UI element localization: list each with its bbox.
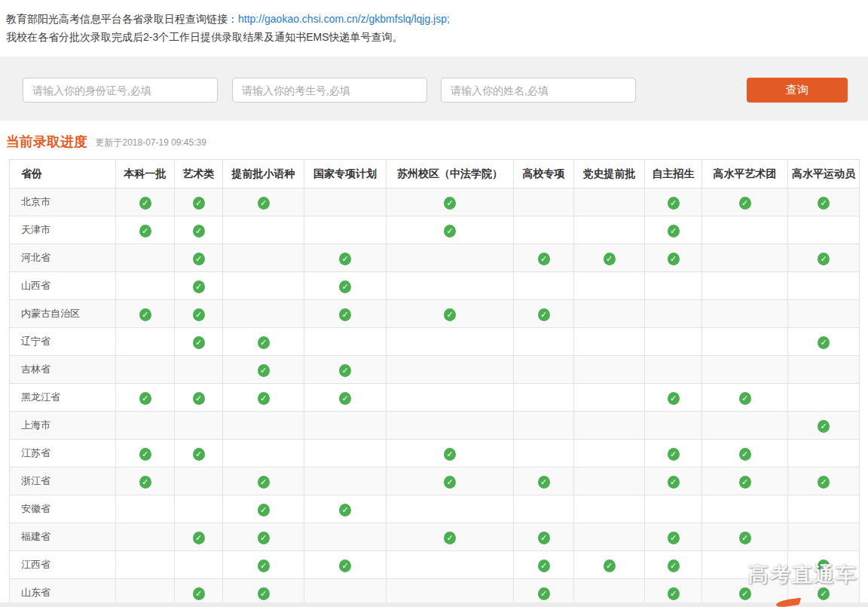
check-icon: ✓ (668, 559, 680, 572)
province-cell: 河北省 (10, 244, 116, 272)
gaokao-schedule-link[interactable]: http://gaokao.chsi.com.cn/z/gkbmfslq/lqj… (238, 13, 450, 25)
check-icon: ✓ (339, 504, 351, 517)
status-cell: ✓ (702, 189, 788, 216)
status-cell: ✓ (304, 551, 387, 579)
status-cell (514, 189, 574, 216)
table-row: 山西省✓✓ (10, 272, 860, 300)
column-header: 高水平运动员 (788, 160, 860, 189)
province-cell: 安徽省 (10, 495, 116, 523)
table-row: 天津市✓✓✓✓ (10, 216, 860, 244)
check-icon: ✓ (668, 476, 680, 489)
status-cell: ✓ (223, 523, 304, 551)
province-cell: 江苏省 (10, 440, 116, 468)
status-cell (304, 440, 387, 468)
table-row: 内蒙古自治区✓✓✓✓✓ (10, 300, 860, 328)
status-cell (387, 495, 514, 523)
check-icon: ✓ (339, 253, 351, 265)
status-cell: ✓ (702, 468, 788, 495)
check-icon: ✓ (668, 532, 680, 544)
status-cell (304, 216, 387, 244)
status-cell (116, 412, 175, 440)
status-cell: ✓ (574, 551, 645, 579)
check-icon: ✓ (258, 587, 270, 600)
status-cell (645, 328, 702, 356)
check-icon: ✓ (139, 225, 151, 238)
admission-progress-table: 省份本科一批艺术类提前批小语种国家专项计划苏州校区（中法学院）高校专项党史提前批… (9, 159, 860, 607)
status-cell (116, 244, 175, 272)
province-cell: 天津市 (10, 216, 116, 244)
check-icon: ✓ (444, 448, 456, 461)
status-cell: ✓ (304, 356, 387, 384)
status-cell (788, 523, 860, 551)
status-cell: ✓ (645, 384, 702, 412)
status-cell (514, 216, 574, 244)
status-cell (387, 356, 514, 384)
status-cell (175, 412, 223, 440)
status-cell: ✓ (514, 523, 574, 551)
status-cell: ✓ (788, 412, 860, 440)
status-cell: ✓ (116, 216, 175, 244)
query-button[interactable]: 查询 (747, 78, 848, 103)
updated-timestamp: 更新于2018-07-19 09:45:39 (95, 136, 206, 149)
status-cell (645, 495, 702, 523)
table-header-row: 省份本科一批艺术类提前批小语种国家专项计划苏州校区（中法学院）高校专项党史提前批… (10, 160, 860, 189)
status-cell: ✓ (116, 440, 175, 468)
check-icon: ✓ (739, 448, 751, 461)
check-icon: ✓ (739, 587, 751, 600)
check-icon: ✓ (739, 476, 751, 489)
status-cell: ✓ (304, 272, 387, 300)
table-row: 黑龙江省✓✓✓✓✓✓ (10, 384, 860, 412)
column-header: 本科一批 (116, 160, 175, 189)
notice-line1: 教育部阳光高考信息平台各省录取日程查询链接：http://gaokao.chsi… (6, 10, 862, 28)
status-cell: ✓ (788, 468, 860, 495)
check-icon: ✓ (258, 504, 270, 517)
exam-number-input[interactable] (232, 78, 427, 103)
status-cell (304, 189, 387, 216)
check-icon: ✓ (538, 253, 550, 265)
check-icon: ✓ (258, 476, 270, 489)
status-cell (223, 272, 304, 300)
status-cell (574, 468, 645, 495)
status-cell: ✓ (304, 244, 387, 272)
province-cell: 浙江省 (10, 468, 116, 495)
status-cell (788, 384, 860, 412)
column-header: 艺术类 (175, 160, 223, 189)
status-cell (387, 272, 514, 300)
admission-query-page: 教育部阳光高考信息平台各省录取日程查询链接：http://gaokao.chsi… (0, 0, 868, 607)
status-cell: ✓ (387, 189, 514, 216)
status-cell: ✓ (645, 468, 702, 495)
status-cell: ✓ (645, 216, 702, 244)
status-cell (116, 272, 175, 300)
status-cell: ✓ (223, 495, 304, 523)
province-cell: 北京市 (10, 189, 116, 216)
status-cell: ✓ (645, 551, 702, 579)
province-cell: 上海市 (10, 412, 116, 440)
status-cell: ✓ (304, 384, 387, 412)
check-icon: ✓ (258, 559, 270, 572)
check-icon: ✓ (538, 559, 550, 572)
status-cell (702, 356, 788, 384)
check-icon: ✓ (668, 225, 680, 238)
check-icon: ✓ (193, 532, 205, 544)
check-icon: ✓ (139, 197, 151, 210)
section-title: 当前录取进度 (6, 133, 87, 151)
status-cell: ✓ (387, 523, 514, 551)
status-cell (574, 495, 645, 523)
check-icon: ✓ (739, 532, 751, 544)
check-icon: ✓ (818, 420, 830, 433)
check-icon: ✓ (193, 336, 205, 349)
check-icon: ✓ (538, 587, 550, 600)
name-input[interactable] (441, 78, 636, 103)
status-cell: ✓ (387, 216, 514, 244)
check-icon: ✓ (444, 225, 456, 238)
status-cell: ✓ (175, 216, 223, 244)
status-cell (702, 495, 788, 523)
province-cell: 吉林省 (10, 356, 116, 384)
id-number-input[interactable] (23, 78, 218, 103)
status-cell (116, 356, 175, 384)
check-icon: ✓ (739, 392, 751, 405)
status-cell (387, 412, 514, 440)
status-cell: ✓ (304, 300, 387, 328)
status-cell (387, 244, 514, 272)
table-row: 北京市✓✓✓✓✓✓✓ (10, 189, 860, 216)
